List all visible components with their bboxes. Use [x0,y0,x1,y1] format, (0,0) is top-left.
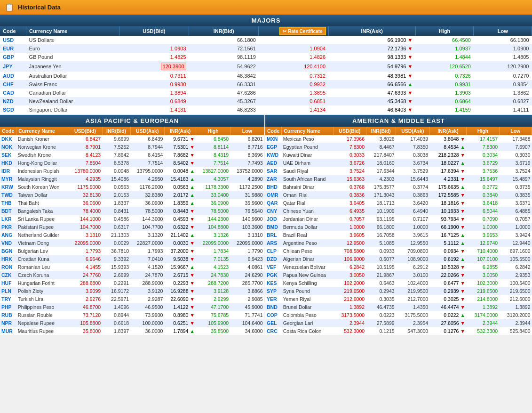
row-inrask: 0.8443 ▼ [164,207,196,215]
row-low: 2.9353 [499,271,532,279]
row-code: DKK [0,135,16,143]
row-usdbid: 32.8130 [68,191,102,199]
row-low: 1.4111 [474,105,532,114]
row-name: South Korean Won [16,183,68,191]
row-inrbid: 0.0563 [102,183,130,191]
row-usdask: 6.2912 [396,263,430,271]
row-usdbid: 708.5800 [333,247,366,255]
row-high: 1.4844 [415,53,474,61]
row-code: TRY [0,295,16,303]
row-inrbid: 21.1303 [102,231,130,239]
row-usdask: 15.6443 [396,175,430,183]
row-inrbid: 17.6344 [366,167,396,175]
row-inrask: 1.8356 ▲ [164,199,196,207]
row-high: 2.3944 [467,319,499,327]
row-inrask: 46.4474 ▼ [429,303,467,311]
rate-cert-button[interactable]: ✂ Rate Certificate [279,27,326,35]
row-name: Bermuda Dollar [282,223,333,231]
row-code: EGP [265,143,282,151]
row-name: Syria Pound [282,287,333,295]
table-row: BMD Bermuda Dollar 1.0000 66.1800 1.0000… [265,223,532,231]
row-inrbid: 93.1195 [366,215,396,223]
row-usdbid: 104.7000 [68,223,102,231]
row-inrbid: 15.4086 [102,175,130,183]
table-row: NZD NewZealand Dollar 0.6849 45.3267 0.6… [0,97,532,105]
row-name: Norwegian Krone [16,143,68,151]
row-inrask: 72.1736 ▼ [328,44,415,53]
row-code: USD [0,36,26,44]
table-row: BGN Bulgarian Lev 1.7793 36.7810 1.7993 … [0,247,264,255]
row-low: 0.6827 [474,97,532,105]
row-high: 104.8800 [196,223,230,231]
row-high: 17.4157 [467,135,499,143]
row-high: 219.6500 [467,287,499,295]
row-code: GEL [265,319,282,327]
row-usdbid: 8.7901 [68,143,102,151]
row-usdbid: 0.3768 [333,183,366,191]
row-usdask: 108.9000 [396,255,430,263]
row-code: SEK [0,151,16,159]
row-code: CAD [0,89,26,97]
col-low: Low [474,26,532,36]
row-low: 17.3468 [499,135,532,143]
row-inrask: 15.9667 ▲ [164,263,196,271]
row-code: LKR [0,215,16,223]
row-inrbid: 0.0223 [366,311,396,319]
row-usdask: 17.4039 [396,135,430,143]
row-usdbid: 7.8504 [68,159,102,167]
row-inrask: 0.0030 ▼ [164,239,196,247]
row-inrbid: 7.5252 [102,143,130,151]
row-code: RON [0,263,16,271]
col-high: High [415,26,474,36]
americas-col-usdask: USD(Ask) [396,127,430,135]
row-usdbid: 6.4935 [333,207,366,215]
row-inrbid: 217.8407 [366,151,396,159]
row-usdbid: 15.6363 [333,175,366,183]
row-low: 12.9440 [499,239,532,247]
row-low: 1172.2500 [230,183,264,191]
row-code: AED [265,159,282,167]
row-code: VEF [265,263,282,271]
row-high: 7.8300 [467,143,499,151]
row-name: Algerian Dinar [282,255,333,263]
row-inrbid: 1.8337 [102,199,130,207]
row-inrask: 47.6393 ▼ [328,89,415,97]
app-container: 📋 Historical Data MAJORS Code Currency N… [0,0,532,335]
row-inrbid: 46.4735 [366,303,396,311]
row-name: Saudi Riyal [282,167,333,175]
row-inrask: 0.3025 ▼ [429,295,467,303]
row-name: Danish Kroner [16,135,68,143]
row-low: 66.1300 [474,36,532,44]
row-inrask: 15.4163 ▲ [164,175,196,183]
row-high: 47.1700 [196,303,230,311]
row-low: 6.9423 [230,255,264,263]
row-code: KWD [265,151,282,159]
row-inrbid: 9.6699 [102,135,130,143]
row-inrask: 54.9796 ▼ [328,61,415,72]
row-code: GBP [0,53,26,61]
row-code: BGN [0,247,16,255]
table-row: DKK Danish Kroner 6.8427 9.6699 6.8439 9… [0,135,264,143]
row-inrbid: 2.0153 [102,191,130,199]
row-low: 103.3600 [230,223,264,231]
row-inrask: 0.0222 ▲ [429,311,467,319]
row-name: Canadian Dollar [26,89,119,97]
row-code: COP [265,311,282,319]
row-high: 66.4500 [415,36,474,44]
row-name: Georgian Lari [282,319,333,327]
table-row: MYR Malaysian Ringgit 4.2935 15.4086 4.2… [0,175,264,183]
row-inrbid: 66.1800 [366,223,396,231]
row-low: 3.9424 [499,231,532,239]
row-usdbid: 6.8427 [68,135,102,143]
row-inrask: 22.6090 ▼ [164,295,196,303]
row-high: 4.3057 [196,175,230,183]
majors-table-body: USD US Dollars 66.1800 66.1900 ▼ 66.4500… [0,36,532,114]
americas-table-body: MXN Mexican Peso 17.3966 3.8026 17.4039 … [265,135,532,335]
row-name: Chinese Yuan [282,207,333,215]
asia-col-low: Low [230,127,264,135]
row-high: 78.5000 [196,207,230,215]
row-code: YER [265,295,282,303]
row-inrbid: 0.0029 [102,239,130,247]
row-inrask: 0.6477 ▼ [429,279,467,287]
row-code: PHP [0,303,16,311]
